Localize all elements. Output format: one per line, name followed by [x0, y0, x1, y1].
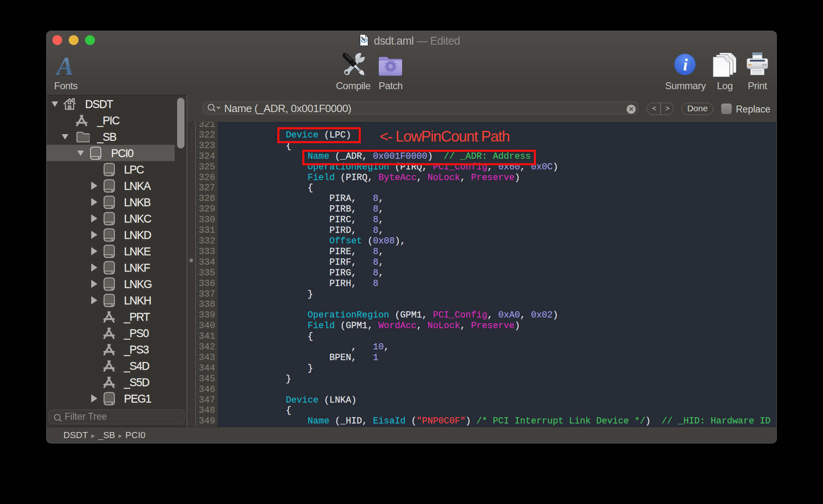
svg-text:i: i — [683, 55, 688, 74]
svg-text:A: A — [56, 54, 74, 76]
